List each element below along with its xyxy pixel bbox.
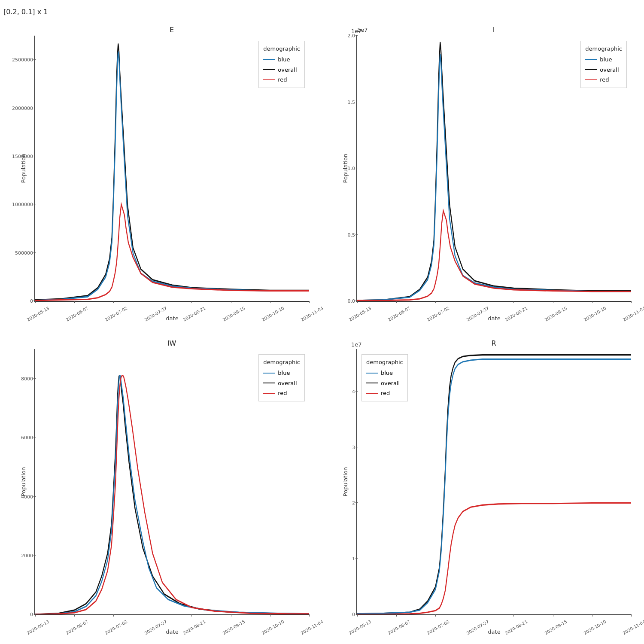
- legend-item-red: red: [263, 75, 300, 85]
- ytick-label: 0.5: [348, 232, 355, 237]
- chart-I-legend: demographic blue overall red: [580, 41, 627, 88]
- xtick-label: 2020-06-07: [65, 619, 89, 636]
- xtick-label: 2020-09-15: [222, 619, 246, 636]
- legend-title-R: demographic: [366, 357, 403, 367]
- xtick: [35, 301, 36, 303]
- xtick: [74, 301, 75, 303]
- xtick-label: 2020-09-15: [544, 619, 568, 636]
- ytick-label: 500000: [15, 250, 33, 255]
- chart-I-area: Population date 1e7 0.0 0.5 1.0 1.5 2.0 …: [356, 36, 631, 302]
- ytick-label: 0: [30, 298, 33, 304]
- ytick-label: 6000: [21, 434, 33, 440]
- ytick-label: 1.0: [348, 166, 355, 171]
- xtick-label: 2020-07-02: [104, 306, 128, 322]
- legend-line-blue: [263, 59, 275, 60]
- legend-item-overall-I: overall: [585, 65, 622, 75]
- legend-line-blue-I: [585, 59, 597, 60]
- chart-R-area: Population date 1e7 0 1 2 3 4 2020-05-13…: [356, 349, 631, 615]
- xtick: [435, 614, 436, 617]
- page-label: [0.2, 0.1] x 1: [3, 8, 48, 16]
- legend-label-overall-IW: overall: [278, 378, 297, 388]
- chart-E: E Population date 0 500000 1000000 15000…: [0, 17, 322, 331]
- xtick: [153, 614, 153, 617]
- xtick: [475, 614, 475, 617]
- ytick-label: 2: [352, 500, 355, 506]
- xtick-label: 2020-11-04: [300, 619, 324, 636]
- legend-item-overall-R: overall: [366, 378, 403, 388]
- ytick-label: 0.0: [348, 298, 355, 304]
- xtick-label: 2020-08-21: [504, 619, 529, 636]
- charts-grid: E Population date 0 500000 1000000 15000…: [0, 17, 644, 644]
- legend-label-red-R: red: [381, 388, 390, 398]
- ytick-label: 1000000: [12, 202, 33, 207]
- xtick: [191, 614, 192, 617]
- xtick: [191, 301, 192, 303]
- xtick-label: 2020-10-10: [583, 619, 607, 636]
- xtick: [231, 301, 231, 303]
- legend-item-blue-IW: blue: [263, 368, 300, 378]
- xtick-label: 2020-09-15: [544, 306, 568, 322]
- legend-item-blue-R: blue: [366, 368, 403, 378]
- legend-item-blue: blue: [263, 55, 300, 64]
- xtick-label: 2020-11-04: [622, 306, 644, 322]
- ytick-label: 3: [352, 444, 355, 450]
- curve-R-red: [357, 503, 631, 614]
- xtick-label: 2020-07-02: [426, 306, 450, 322]
- legend-item-blue-I: blue: [585, 55, 622, 64]
- chart-E-title: E: [34, 26, 309, 34]
- legend-line-overall-I: [585, 69, 597, 70]
- curve-E-blue: [35, 52, 309, 301]
- legend-label-blue-IW: blue: [278, 368, 290, 378]
- chart-IW: IW Population date 0 2000 4000 6000 8000…: [0, 331, 322, 644]
- xtick-label: 2020-05-13: [348, 306, 372, 322]
- legend-label-blue-I: blue: [600, 55, 612, 64]
- chart-R-legend: demographic blue overall red: [361, 354, 408, 401]
- chart-IW-legend: demographic blue overall red: [258, 354, 305, 401]
- xtick-label: 2020-08-21: [182, 306, 207, 322]
- legend-line-blue-IW: [263, 373, 275, 374]
- xtick-label: 2020-06-07: [387, 619, 411, 636]
- xtick-label: 2020-07-27: [143, 306, 167, 322]
- xtick: [270, 614, 270, 617]
- xtick: [113, 614, 114, 617]
- xtick: [357, 614, 358, 617]
- chart-IW-xlabel: date: [166, 629, 178, 635]
- xtick: [553, 614, 553, 617]
- legend-item-red-I: red: [585, 75, 622, 85]
- xtick: [309, 301, 310, 303]
- legend-item-overall: overall: [263, 65, 300, 75]
- chart-IW-title: IW: [34, 339, 309, 347]
- xtick-label: 2020-10-10: [261, 619, 285, 636]
- chart-R-ylabel: Population: [342, 467, 349, 496]
- legend-line-overall: [263, 69, 275, 70]
- legend-line-red-I: [585, 79, 597, 80]
- xtick-label: 2020-05-13: [348, 619, 372, 636]
- xtick-label: 2020-08-21: [504, 306, 529, 322]
- chart-R-title: R: [356, 339, 631, 347]
- chart-I-title: I: [356, 26, 631, 34]
- xtick: [513, 614, 514, 617]
- legend-label-overall-R: overall: [381, 378, 400, 388]
- xtick-label: 2020-07-27: [465, 306, 489, 322]
- chart-E-area: Population date 0 500000 1000000 1500000…: [34, 36, 309, 302]
- ytick-label: 2000000: [12, 105, 33, 111]
- xtick: [592, 301, 592, 303]
- xtick-label: 2020-09-15: [222, 306, 246, 322]
- curve-IW-overall: [35, 376, 309, 614]
- legend-label-overall: overall: [278, 65, 297, 75]
- xtick: [153, 301, 153, 303]
- ytick-label: 0: [30, 612, 33, 617]
- ytick-label: 1: [352, 556, 355, 562]
- xtick: [631, 301, 632, 303]
- curve-IW-red: [35, 376, 309, 614]
- xtick: [309, 614, 310, 617]
- curve-IW-blue: [35, 376, 309, 614]
- xtick-label: 2020-10-10: [583, 306, 607, 322]
- xtick: [592, 614, 592, 617]
- xtick: [396, 301, 397, 303]
- ytick-label: 8000: [21, 376, 33, 381]
- xtick-label: 2020-06-07: [65, 306, 89, 322]
- xtick-label: 2020-05-13: [26, 619, 50, 636]
- legend-item-red-R: red: [366, 388, 403, 398]
- legend-label-blue: blue: [278, 55, 290, 64]
